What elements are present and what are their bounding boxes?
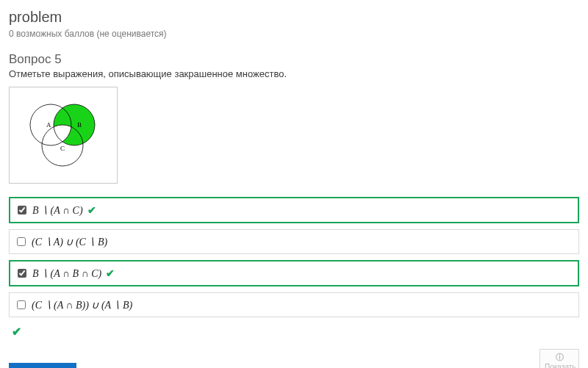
points-subtitle: 0 возможных баллов (не оценивается) [9,29,579,39]
overall-correct-icon: ✔ [12,325,579,339]
question-heading: Вопрос 5 [9,52,579,67]
venn-label-b: B [77,121,82,129]
question-prompt: Отметьте выражения, описывающие закрашен… [9,68,579,79]
choice-checkbox[interactable] [18,206,26,214]
choice-label: B ∖ (A ∩ C) [32,204,83,217]
check-icon: ✔ [87,204,96,216]
choice-label: B ∖ (A ∩ B ∩ C) [32,267,101,280]
venn-svg: A B C [15,92,111,178]
choice-row[interactable]: B ∖ (A ∩ B ∩ C)✔ [9,260,579,286]
info-icon: ⓘ [545,353,574,362]
submit-button[interactable]: Отправить [9,363,76,368]
choice-row[interactable]: B ∖ (A ∩ C)✔ [9,197,579,223]
venn-label-a: A [46,121,51,129]
choice-checkbox[interactable] [17,237,26,246]
choice-row[interactable]: (C ∖ (A ∩ B)) ∪ (A ∖ B) [9,292,579,317]
venn-figure: A B C [9,87,118,184]
page-title: problem [9,9,579,26]
choice-row[interactable]: (C ∖ A) ∪ (C ∖ B) [9,229,579,254]
choice-label: (C ∖ (A ∩ B)) ∪ (A ∖ B) [32,299,132,311]
show-answer-line1: Показать [545,363,576,368]
choice-label: (C ∖ A) ∪ (C ∖ B) [32,236,107,248]
choice-checkbox[interactable] [17,300,26,309]
show-answer-button[interactable]: ⓘ Показать Ответ [539,349,579,368]
check-icon: ✔ [106,267,115,279]
choice-list: B ∖ (A ∩ C)✔(C ∖ A) ∪ (C ∖ B)B ∖ (A ∩ B … [9,197,579,317]
venn-label-c: C [60,145,65,152]
choice-checkbox[interactable] [18,269,26,278]
